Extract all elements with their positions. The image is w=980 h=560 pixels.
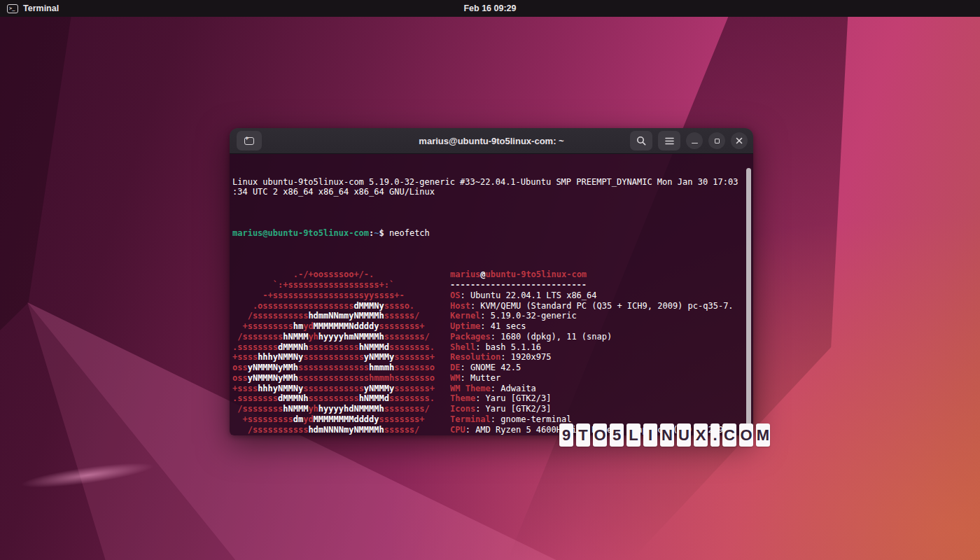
minimize-button[interactable] <box>686 132 703 149</box>
neofetch-info-line: DE: GNOME 42.5 <box>450 363 734 373</box>
close-button[interactable] <box>731 132 748 149</box>
focused-app-indicator[interactable]: >_ Terminal <box>0 0 66 17</box>
terminal-app-icon: >_ <box>7 4 18 13</box>
menu-button[interactable] <box>658 131 680 150</box>
close-icon <box>736 137 743 144</box>
prompt-user-host: marius@ubuntu-9to5linux-com <box>232 228 369 238</box>
watermark-letter: . <box>710 424 720 447</box>
window-title: marius@ubuntu-9to5linux-com: ~ <box>419 136 564 146</box>
watermark-letter: C <box>722 424 736 447</box>
neofetch-info-line: Uptime: 41 secs <box>450 321 734 332</box>
neofetch-info-line: WM: Mutter <box>450 373 734 384</box>
prompt-path: ~ <box>374 228 379 238</box>
neofetch-user-host: marius@ubuntu-9to5linux-com <box>450 270 734 280</box>
neofetch-output: .-/+oossssoo+/-. `:+ssssssssssssssssss+:… <box>232 270 753 435</box>
watermark-letter: N <box>660 424 674 447</box>
command-text <box>384 228 389 238</box>
maximize-button[interactable] <box>708 132 725 149</box>
neofetch-info: marius@ubuntu-9to5linux-com-------------… <box>450 270 734 435</box>
focused-app-name: Terminal <box>23 4 59 13</box>
neofetch-ascii-logo: .-/+oossssoo+/-. `:+ssssssssssssssssss+:… <box>232 270 440 435</box>
neofetch-info-line: Theme: Yaru [GTK2/3] <box>450 393 734 404</box>
search-button[interactable] <box>630 131 652 150</box>
new-tab-button[interactable] <box>237 131 262 150</box>
neofetch-info-line: Host: KVM/QEMU (Standard PC (Q35 + ICH9,… <box>450 301 734 312</box>
watermark-letter: U <box>677 424 691 447</box>
terminal-output-line: Linux ubuntu-9to5linux-com 5.19.0-32-gen… <box>232 177 753 188</box>
watermark-letter: O <box>593 424 607 447</box>
watermark-letter: M <box>756 424 770 447</box>
terminal-window: marius@ubuntu-9to5linux-com: ~ <box>230 128 753 435</box>
neofetch-separator: --------------------------- <box>450 280 734 290</box>
titlebar[interactable]: marius@ubuntu-9to5linux-com: ~ <box>230 128 753 154</box>
minimize-icon <box>692 143 698 144</box>
neofetch-info-line: WM Theme: Adwaita <box>450 384 734 394</box>
watermark-letter: X <box>694 424 708 447</box>
scrollbar[interactable] <box>746 168 751 427</box>
watermark-letter: 9 <box>559 424 573 447</box>
clock[interactable]: Feb 16 09:29 <box>456 0 523 17</box>
search-icon <box>636 136 646 146</box>
top-bar: >_ Terminal Feb 16 09:29 <box>0 0 980 17</box>
uname-output: Linux ubuntu-9to5linux-com 5.19.0-32-gen… <box>232 177 753 198</box>
terminal-content[interactable]: Linux ubuntu-9to5linux-com 5.19.0-32-gen… <box>230 154 753 435</box>
watermark-letter: T <box>576 424 590 447</box>
new-tab-icon <box>244 137 254 145</box>
hamburger-menu-icon <box>665 137 674 145</box>
neofetch-info-line: Icons: Yaru [GTK2/3] <box>450 404 734 414</box>
watermark-letter: O <box>739 424 753 447</box>
neofetch-info-line: Resolution: 1920x975 <box>450 352 734 363</box>
neofetch-info-line: Packages: 1680 (dpkg), 11 (snap) <box>450 332 734 342</box>
site-watermark: 9TO5LINUX.COM <box>559 424 770 447</box>
watermark-letter: I <box>643 424 657 447</box>
prompt-line: marius@ubuntu-9to5linux-com:~$ neofetch <box>232 228 753 239</box>
neofetch-info-line: Kernel: 5.19.0-32-generic <box>450 311 734 321</box>
neofetch-info-line: OS: Ubuntu 22.04.1 LTS x86_64 <box>450 290 734 301</box>
watermark-letter: 5 <box>610 424 624 447</box>
neofetch-info-line: Shell: bash 5.1.16 <box>450 342 734 353</box>
terminal-output-line: :34 UTC 2 x86_64 x86_64 x86_64 GNU/Linux <box>232 187 753 197</box>
watermark-letter: L <box>626 424 640 447</box>
maximize-icon <box>715 139 720 144</box>
